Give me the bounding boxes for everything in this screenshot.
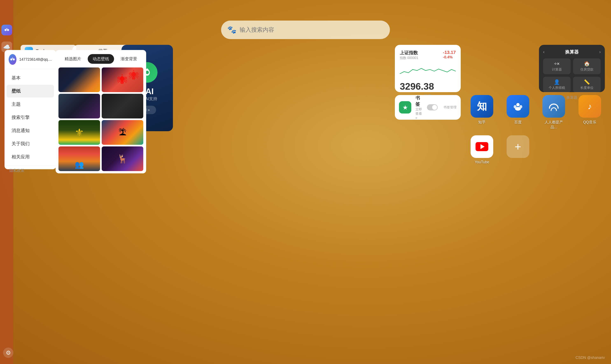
calc-nav-prev[interactable]: ‹	[543, 49, 544, 55]
renren-icon	[543, 95, 565, 118]
zhihu-label: 知乎	[478, 120, 486, 125]
svg-point-0	[4, 29, 7, 31]
app-item-add[interactable]: +	[503, 135, 533, 164]
calc-btn-label-1: 计算器	[552, 67, 562, 72]
stock-price: 3296.38	[400, 81, 456, 92]
stock-info: 上证指数 指数 000001	[400, 50, 418, 60]
qq-music-icon: ♪	[578, 95, 601, 118]
wallpaper-grid: 🕷 ⚜ 🏝 👥 🦌	[55, 66, 146, 173]
youtube-label: YouTube	[475, 160, 489, 164]
stock-change-info: -13.17 -0.4%	[443, 50, 456, 59]
svg-point-3	[10, 58, 12, 60]
bookmark-toggle[interactable]	[427, 104, 438, 110]
calc-btn-mortgage[interactable]: 🏠 住房贷款	[573, 58, 601, 74]
stock-change-pct: -0.4%	[443, 55, 456, 59]
zhihu-icon: 知	[471, 95, 493, 118]
svg-point-7	[516, 103, 520, 106]
tab-curated[interactable]: 精选图片	[60, 54, 86, 64]
user-avatar	[9, 54, 16, 65]
calc-btn-label-4: 长度单位	[580, 86, 594, 90]
baidu-label: 百度	[514, 120, 522, 125]
svg-point-5	[12, 58, 13, 59]
wallpaper-panel: 精选图片 动态壁纸 渐变背景 🕷 ⚜ 🏝 👥 🦌	[55, 50, 146, 173]
wallpaper-item-1[interactable]	[58, 67, 100, 92]
calc-btn-length[interactable]: 📏 长度单位	[573, 77, 601, 92]
svg-point-4	[13, 58, 15, 60]
privacy-policy-link[interactable]: 隐私政策	[4, 166, 56, 175]
stock-code: 指数 000001	[400, 56, 418, 60]
trident-icon: ⚜	[58, 120, 100, 145]
length-icon: 📏	[584, 79, 590, 85]
calc-btn-calculator[interactable]: ÷× 计算器	[543, 58, 571, 74]
qq-music-label: QQ音乐	[583, 120, 596, 125]
tab-gradient[interactable]: 渐变背景	[116, 54, 142, 64]
income-tax-icon: 👤	[554, 79, 560, 85]
youtube-icon	[471, 135, 493, 158]
menu-related-apps[interactable]: 相关应用	[7, 151, 54, 163]
bookmark-subtitle: 立即查看 »	[415, 107, 423, 120]
svg-point-10	[515, 107, 521, 111]
menu-basic[interactable]: 基本	[7, 72, 54, 84]
calc-btn-income-tax[interactable]: 👤 个人所得税	[543, 77, 571, 92]
wallpaper-item-8[interactable]: 🦌	[102, 146, 143, 171]
renren-label: 人人都是产品...	[542, 120, 566, 130]
baidu-icon	[507, 95, 529, 118]
search-bar: 🐾	[221, 21, 390, 39]
search-input[interactable]	[240, 26, 384, 33]
wallpaper-item-2[interactable]: 🕷	[102, 67, 143, 92]
bookmark-label: 书签管理	[443, 105, 457, 110]
settings-user-section: 1477236148@qq....	[4, 54, 56, 69]
menu-theme[interactable]: 主题	[7, 98, 54, 111]
bookmark-text: 书签 立即查看 »	[415, 95, 423, 120]
app-item-renren[interactable]: 人人都是产品...	[539, 95, 569, 130]
wallpaper-item-5[interactable]: ⚜	[58, 120, 100, 145]
calculator-icon: ÷×	[554, 61, 559, 67]
app-item-zhihu[interactable]: 知 知乎	[467, 95, 497, 130]
sidebar-app-icon[interactable]	[1, 25, 12, 35]
app-item-baidu[interactable]: 百度	[503, 95, 533, 130]
stock-chart	[400, 62, 456, 79]
bookmark-widget: ★ 书签 立即查看 » 书签管理	[395, 95, 461, 120]
calc-grid: ÷× 计算器 🏠 住房贷款 👤 个人所得税 📏 长度单位	[543, 58, 601, 92]
app-grid: 知 知乎 百度 人人都是产品... ♪ QQ音乐	[467, 95, 605, 164]
svg-point-1	[7, 29, 9, 31]
svg-point-2	[6, 28, 7, 29]
calc-btn-label-3: 个人所得税	[549, 86, 565, 90]
app-item-qq-music[interactable]: ♪ QQ音乐	[575, 95, 605, 130]
username-label: 1477236148@qq....	[19, 57, 52, 62]
bookmark-icon: ★	[399, 101, 411, 114]
app-item-youtube[interactable]: YouTube	[467, 135, 497, 164]
tab-dynamic[interactable]: 动态壁纸	[88, 54, 114, 64]
mortgage-icon: 🏠	[584, 61, 590, 67]
wallpaper-item-6[interactable]: 🏝	[102, 120, 143, 145]
search-paw-icon: 🐾	[227, 25, 236, 34]
calc-header: ‹ 换算器 ›	[543, 49, 601, 55]
wallpaper-tabs: 精选图片 动态壁纸 渐变背景	[55, 50, 146, 66]
calculator-widget: ‹ 换算器 › ÷× 计算器 🏠 住房贷款 👤 个人所得税 📏 长度单位 换算器	[539, 45, 605, 92]
settings-panel: 1477236148@qq.... 基本 壁纸 主题 搜索引擎 消息通知 关于我…	[4, 50, 56, 169]
menu-wallpaper[interactable]: 壁纸	[7, 85, 54, 97]
wallpaper-item-3[interactable]	[58, 94, 100, 118]
stock-header: 上证指数 指数 000001 -13.17 -0.4%	[400, 50, 456, 60]
wallpaper-item-7[interactable]: 👥	[58, 146, 100, 171]
add-icon: +	[507, 135, 529, 158]
settings-gear-button[interactable]: ⚙	[3, 348, 14, 358]
csdn-watermark: CSDN @shanariv	[576, 356, 605, 360]
menu-search-engine[interactable]: 搜索引擎	[7, 111, 54, 124]
calc-btn-label-2: 住房贷款	[580, 67, 594, 72]
calc-nav-next[interactable]: ›	[599, 49, 601, 55]
stock-widget: 上证指数 指数 000001 -13.17 -0.4% 3296.38 股票	[395, 45, 461, 92]
menu-about[interactable]: 关于我们	[7, 137, 54, 150]
stock-change: -13.17	[443, 50, 456, 55]
settings-menu: 基本 壁纸 主题 搜索引擎 消息通知 关于我们 相关应用	[4, 69, 56, 166]
calc-title: 换算器	[565, 49, 579, 55]
menu-notifications[interactable]: 消息通知	[7, 124, 54, 137]
bookmark-title: 书签	[415, 95, 423, 107]
stock-name: 上证指数	[400, 50, 418, 56]
wallpaper-item-4[interactable]	[102, 94, 143, 118]
